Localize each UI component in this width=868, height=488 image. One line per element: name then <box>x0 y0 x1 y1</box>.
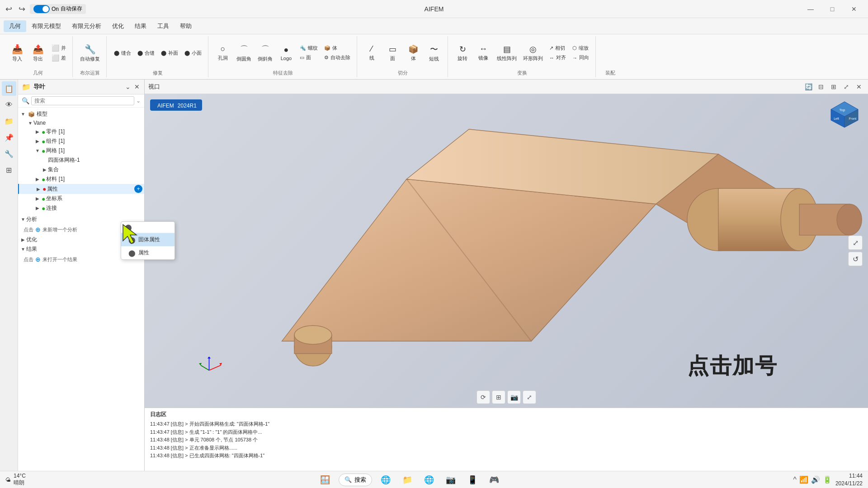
analysis-add-icon[interactable]: ⊕ <box>35 226 41 233</box>
connection-expand[interactable]: ▶ <box>34 205 41 211</box>
vp-split-h-btn[interactable]: ⊟ <box>816 81 826 92</box>
minimize-button[interactable]: — <box>800 2 821 16</box>
tree-expand-all-icon[interactable]: ⌄ <box>124 82 132 91</box>
menu-help[interactable]: 帮助 <box>175 20 197 32</box>
vane-expand[interactable]: ▼ <box>27 120 33 126</box>
material-expand[interactable]: ▶ <box>34 176 41 183</box>
ribbon-hole-btn[interactable]: ○ 孔洞 <box>213 43 233 63</box>
optimize-expand[interactable]: ▶ <box>20 237 26 243</box>
ribbon-fillet-btn[interactable]: ⌒ 倒圆角 <box>234 42 254 64</box>
sidebar-tab-pin[interactable]: 📌 <box>2 130 16 145</box>
cube-navigator[interactable]: Top Left Front <box>826 99 863 137</box>
ribbon-thread-btn[interactable]: 🔩 螺纹 <box>297 44 321 52</box>
redo-button[interactable]: ↪ <box>17 2 27 16</box>
ribbon-logo-btn[interactable]: ● Logo <box>276 44 296 62</box>
ribbon-union-btn[interactable]: ⬜ 并 <box>49 43 69 52</box>
menu-results[interactable]: 结果 <box>129 20 152 32</box>
sys-tray-volume-icon[interactable]: 🔊 <box>811 475 820 484</box>
ribbon-rotate-btn[interactable]: ↻ 旋转 <box>453 43 472 63</box>
vp-rotate-btn[interactable]: ⟳ <box>476 390 490 404</box>
menu-optimize[interactable]: 优化 <box>107 20 129 32</box>
taskbar-browser-btn[interactable]: 🌐 <box>377 472 394 488</box>
ribbon-align-btn[interactable]: ↔ 对齐 <box>547 53 569 62</box>
tree-node-coordinate[interactable]: ▶ ● 坐标系 <box>18 194 144 203</box>
clock[interactable]: 11:44 2024/11/22 <box>835 472 863 488</box>
comp-expand[interactable]: ▶ <box>34 138 41 145</box>
property-expand[interactable]: ▶ <box>35 186 42 192</box>
vp-refresh-btn[interactable]: 🔄 <box>803 81 814 92</box>
vp-expand-btn[interactable]: ⤢ <box>841 81 852 92</box>
tree-node-assembly-comp[interactable]: ▶ ● 组件 [1] <box>18 136 144 146</box>
tree-node-connection[interactable]: ▶ ● 连接 <box>18 203 144 213</box>
model-expand[interactable]: ▼ <box>20 111 26 117</box>
sys-tray-network-icon[interactable]: 📶 <box>799 475 808 484</box>
sys-tray-expand-icon[interactable]: ^ <box>793 476 797 484</box>
ribbon-circular-array-btn[interactable]: ◎ 环形阵列 <box>520 43 546 63</box>
tree-close-icon[interactable]: ✕ <box>133 82 141 91</box>
ribbon-diff-btn[interactable]: ⬜ 差 <box>49 53 69 62</box>
vp-split-v-btn[interactable]: ⊞ <box>828 81 839 92</box>
ribbon-autorepair-btn[interactable]: 🔧 自动修复 <box>77 42 103 64</box>
ribbon-line-btn[interactable]: ∕ 线 <box>362 43 382 63</box>
search-taskbar[interactable]: 🔍 搜索 <box>339 474 372 486</box>
ribbon-smallface-btn[interactable]: ⬤ 小面 <box>182 49 204 57</box>
ribbon-splitbody-btn[interactable]: 📦 体 <box>403 43 423 63</box>
toggle-switch[interactable] <box>33 5 50 13</box>
sidebar-tab-view[interactable]: 👁 <box>2 98 16 112</box>
tree-node-collection[interactable]: ▶ 集合 <box>18 165 144 174</box>
ribbon-body-btn[interactable]: 📦 体 <box>321 44 353 52</box>
ribbon-autoremove-btn[interactable]: ⚙ 自动去除 <box>321 53 353 62</box>
ribbon-linear-array-btn[interactable]: ▤ 线性阵列 <box>494 43 519 63</box>
ribbon-merge-btn[interactable]: ⬤ 合缝 <box>135 49 157 57</box>
tree-node-property[interactable]: ▶ ● 属性 + <box>18 184 144 194</box>
tree-node-tet-mesh[interactable]: 四面体网格-1 <box>18 155 144 165</box>
ribbon-splitface-btn[interactable]: ▭ 面 <box>382 43 402 63</box>
menu-fem-model[interactable]: 有限元模型 <box>26 20 66 32</box>
tree-node-material[interactable]: ▶ ● 材料 [1] <box>18 174 144 184</box>
taskbar-edge-btn[interactable]: 🌐 <box>421 472 437 488</box>
ribbon-shortline-btn[interactable]: 〜 短线 <box>424 42 444 64</box>
sidebar-tab-folder[interactable]: 📁 <box>2 114 16 128</box>
taskbar-app2-btn[interactable]: 🎮 <box>486 472 502 488</box>
menu-geometry[interactable]: 几何 <box>4 20 26 32</box>
taskbar-app1-btn[interactable]: 📱 <box>464 472 481 488</box>
sidebar-tab-document[interactable]: 📋 <box>2 81 16 96</box>
taskbar-camera-btn[interactable]: 📷 <box>443 472 459 488</box>
auto-save-toggle[interactable]: On 自动保存 <box>30 4 86 14</box>
viewport-3d[interactable]: AIFEM 2024R1 <box>145 94 868 408</box>
vp-fit-btn[interactable]: ⤢ <box>523 390 536 404</box>
ribbon-scale-btn[interactable]: ⬡ 缩放 <box>570 44 592 52</box>
collection-expand[interactable]: ▶ <box>42 167 48 173</box>
tree-node-vane[interactable]: ▼ Vane <box>18 119 144 127</box>
context-menu-property[interactable]: ⬤ 属性 <box>121 246 175 259</box>
add-property-button[interactable]: + <box>134 185 142 193</box>
ribbon-samedirection-btn[interactable]: → 同向 <box>570 53 592 62</box>
ribbon-import-btn[interactable]: 📥 导入 <box>7 42 27 64</box>
vp-capture-btn[interactable]: 📷 <box>507 390 521 404</box>
start-button[interactable]: 🪟 <box>317 472 333 488</box>
vp-close-btn[interactable]: ✕ <box>854 81 864 92</box>
mesh-expand[interactable]: ▼ <box>34 148 41 154</box>
menu-fem-analysis[interactable]: 有限元分析 <box>66 20 107 32</box>
close-button[interactable]: ✕ <box>844 2 864 16</box>
ribbon-stitch-btn[interactable]: ⬤ 缝合 <box>111 49 134 57</box>
coordinate-expand[interactable]: ▶ <box>34 196 41 202</box>
results-add-icon[interactable]: ⊕ <box>35 256 41 263</box>
ribbon-mirror-btn[interactable]: ↔ 镜像 <box>473 43 493 63</box>
results-expand[interactable]: ▼ <box>20 246 26 253</box>
sidebar-tab-tools[interactable]: 🔧 <box>2 146 16 161</box>
parts-expand[interactable]: ▶ <box>34 129 41 135</box>
ribbon-fillface-btn[interactable]: ⬤ 补面 <box>158 49 181 57</box>
sys-tray-power-icon[interactable]: 🔋 <box>823 475 832 484</box>
vp-orbit-btn[interactable]: ↺ <box>848 252 863 266</box>
ribbon-chamfer-btn[interactable]: ⌒ 倒斜角 <box>255 42 275 64</box>
ribbon-export-btn[interactable]: 📤 导出 <box>28 42 48 64</box>
undo-button[interactable]: ↩ <box>4 2 14 16</box>
sidebar-tab-layout[interactable]: ⊞ <box>2 163 16 177</box>
vp-fit-all-btn[interactable]: ⤢ <box>848 235 863 250</box>
taskbar-files-btn[interactable]: 📁 <box>399 472 415 488</box>
tree-node-model[interactable]: ▼ 📦 模型 <box>18 109 144 119</box>
tree-node-parts[interactable]: ▶ ● 零件 [1] <box>18 127 144 136</box>
ribbon-face-btn[interactable]: ▭ 面 <box>297 53 321 62</box>
search-expand-icon[interactable]: ⌄ <box>136 98 141 104</box>
